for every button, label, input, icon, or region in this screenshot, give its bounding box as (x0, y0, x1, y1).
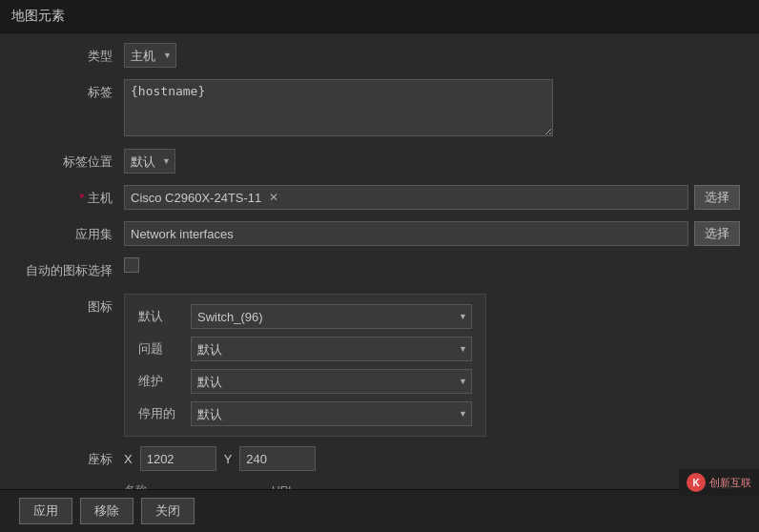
form-body: 类型 主机 图像 图形 URL 标签 标签位置 (0, 33, 759, 532)
label-position-row: 标签位置 默认 左 右 上 下 (19, 149, 740, 175)
host-select-button[interactable]: 选择 (694, 185, 740, 210)
host-tag: Cisco C2960X-24TS-11 ✕ (124, 185, 688, 210)
auto-icon-control (124, 257, 740, 276)
type-control: 主机 图像 图形 URL (124, 43, 740, 68)
icon-disabled-select[interactable]: 默认 Switch_(96) Router_(64) (191, 401, 472, 426)
remove-button[interactable]: 移除 (80, 498, 133, 524)
watermark: K 创新互联 (679, 469, 759, 496)
icon-default-select-wrapper[interactable]: Switch_(96) 默认 Router_(64) Server_(64) (191, 304, 472, 329)
icon-disabled-select-wrapper[interactable]: 默认 Switch_(96) Router_(64) (191, 401, 472, 426)
watermark-icon: K (687, 473, 706, 492)
icon-label: 图标 (19, 294, 124, 316)
host-label: 主机 (19, 185, 124, 207)
host-tag-remove[interactable]: ✕ (269, 191, 278, 204)
coord-row: 座标 X Y (19, 446, 740, 473)
label-position-control: 默认 左 右 上 下 (124, 149, 740, 174)
bottom-buttons: 应用 移除 关闭 (0, 489, 759, 532)
auto-icon-checkbox[interactable] (124, 257, 139, 273)
panel-title: 地图元素 (0, 0, 759, 33)
icon-default-select[interactable]: Switch_(96) 默认 Router_(64) Server_(64) (191, 304, 472, 329)
label-position-label: 标签位置 (19, 149, 124, 171)
icon-maintenance-label: 维护 (138, 373, 191, 390)
host-row: 主机 Cisco C2960X-24TS-11 ✕ 选择 (19, 185, 740, 212)
host-control: Cisco C2960X-24TS-11 ✕ 选择 (124, 185, 740, 210)
app-control: Network interfaces 选择 (124, 221, 740, 246)
icon-default-label: 默认 (138, 308, 191, 325)
icon-section: 默认 Switch_(96) 默认 Router_(64) Server_(64… (124, 294, 486, 437)
app-row: 应用集 Network interfaces 选择 (19, 221, 740, 248)
icon-problem-label: 问题 (138, 340, 191, 358)
icon-row: 图标 默认 Switch_(96) 默认 Router_(64) Server_… (19, 294, 740, 437)
close-button[interactable]: 关闭 (141, 498, 195, 524)
type-row: 类型 主机 图像 图形 URL (19, 43, 740, 70)
coord-control: X Y (124, 446, 740, 471)
host-input-wrapper: Cisco C2960X-24TS-11 ✕ 选择 (124, 185, 740, 210)
icon-maintenance-row: 维护 默认 Switch_(96) Router_(64) (138, 369, 472, 394)
icon-problem-row: 问题 默认 Switch_(96) Router_(64) (138, 337, 472, 361)
label-textarea[interactable] (124, 79, 553, 136)
application-field: Network interfaces (124, 221, 688, 246)
icon-disabled-row: 停用的 默认 Switch_(96) Router_(64) (138, 401, 472, 426)
apply-button[interactable]: 应用 (19, 498, 72, 524)
icon-problem-select[interactable]: 默认 Switch_(96) Router_(64) (191, 337, 472, 361)
type-select[interactable]: 主机 图像 图形 URL (124, 43, 176, 68)
coord-y-label: Y (224, 452, 233, 466)
icon-default-row: 默认 Switch_(96) 默认 Router_(64) Server_(64… (138, 304, 472, 329)
app-select-button[interactable]: 选择 (694, 221, 740, 246)
application-row: Network interfaces 选择 (124, 221, 740, 246)
application-value: Network interfaces (131, 227, 234, 241)
watermark-text: 创新互联 (709, 476, 751, 490)
auto-icon-label: 自动的图标选择 (19, 257, 124, 279)
icon-control: 默认 Switch_(96) 默认 Router_(64) Server_(64… (124, 294, 740, 437)
coord-y-input[interactable] (239, 446, 316, 471)
label-control (124, 79, 740, 139)
coord-label: 座标 (19, 446, 124, 468)
label-position-select[interactable]: 默认 左 右 上 下 (124, 149, 175, 174)
icon-maintenance-select[interactable]: 默认 Switch_(96) Router_(64) (191, 369, 472, 394)
coord-x-label: X (124, 452, 133, 466)
label-label: 标签 (19, 79, 124, 101)
label-row: 标签 (19, 79, 740, 139)
host-tag-text: Cisco C2960X-24TS-11 (131, 191, 261, 205)
auto-icon-row: 自动的图标选择 (19, 257, 740, 284)
icon-maintenance-select-wrapper[interactable]: 默认 Switch_(96) Router_(64) (191, 369, 472, 394)
panel: 地图元素 类型 主机 图像 图形 URL 标签 (0, 0, 759, 532)
icon-problem-select-wrapper[interactable]: 默认 Switch_(96) Router_(64) (191, 337, 472, 361)
coord-x-input[interactable] (140, 446, 216, 471)
type-label: 类型 (19, 43, 124, 65)
icon-disabled-label: 停用的 (138, 405, 191, 422)
label-position-select-wrapper[interactable]: 默认 左 右 上 下 (124, 149, 175, 174)
type-select-wrapper[interactable]: 主机 图像 图形 URL (124, 43, 176, 68)
app-label: 应用集 (19, 221, 124, 243)
